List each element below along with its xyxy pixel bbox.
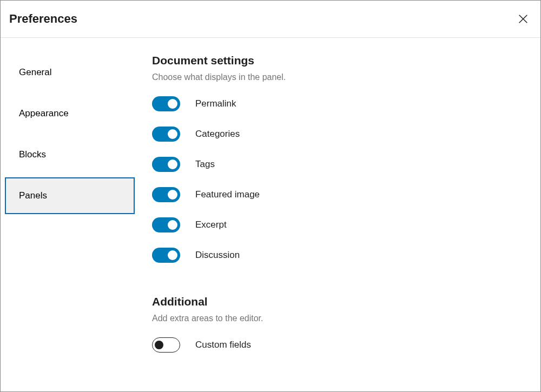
toggle-label: Tags — [195, 159, 215, 170]
toggle-label: Custom fields — [195, 340, 251, 350]
tab-blocks[interactable]: Blocks — [5, 136, 135, 173]
preferences-tabs: General Appearance Blocks Panels — [1, 38, 136, 392]
close-icon — [517, 13, 529, 25]
toggle-custom-fields[interactable] — [152, 337, 180, 353]
toggle-row-discussion: Discussion — [152, 248, 519, 263]
toggle-knob — [168, 160, 177, 169]
toggle-permalink[interactable] — [152, 96, 180, 111]
toggle-discussion[interactable] — [152, 248, 180, 263]
toggle-knob — [168, 129, 177, 139]
modal-title: Preferences — [9, 12, 77, 26]
close-button[interactable] — [514, 10, 532, 28]
section-additional: Additional Add extra areas to the editor… — [152, 295, 519, 353]
tab-appearance[interactable]: Appearance — [5, 95, 135, 132]
toggle-row-permalink: Permalink — [152, 96, 519, 111]
toggle-label: Discussion — [195, 250, 240, 261]
toggle-knob — [168, 250, 177, 260]
toggle-featured-image[interactable] — [152, 187, 180, 202]
toggle-knob — [168, 220, 177, 230]
section-heading: Document settings — [152, 54, 519, 67]
toggle-label: Permalink — [195, 98, 236, 109]
section-document-settings: Document settings Choose what displays i… — [152, 54, 519, 263]
section-description: Add extra areas to the editor. — [152, 314, 519, 323]
toggle-row-tags: Tags — [152, 157, 519, 172]
toggle-label: Excerpt — [195, 220, 227, 230]
tab-general[interactable]: General — [5, 54, 135, 91]
toggle-knob — [155, 341, 163, 349]
section-description: Choose what displays in the panel. — [152, 72, 519, 82]
toggle-knob — [168, 190, 177, 200]
preferences-modal: Preferences General Appearance Blocks Pa… — [0, 0, 541, 392]
toggle-categories[interactable] — [152, 127, 180, 142]
toggle-knob — [168, 99, 177, 109]
tab-panels[interactable]: Panels — [5, 177, 135, 214]
toggle-row-categories: Categories — [152, 127, 519, 142]
modal-body: General Appearance Blocks Panels Documen… — [1, 38, 540, 392]
toggle-row-excerpt: Excerpt — [152, 217, 519, 232]
preferences-content: Document settings Choose what displays i… — [136, 38, 540, 392]
toggle-label: Categories — [195, 129, 240, 139]
toggle-row-featured-image: Featured image — [152, 187, 519, 202]
modal-header: Preferences — [1, 1, 540, 38]
toggle-label: Featured image — [195, 189, 260, 200]
toggle-excerpt[interactable] — [152, 217, 180, 232]
toggle-row-custom-fields: Custom fields — [152, 337, 519, 353]
section-heading: Additional — [152, 295, 519, 308]
toggle-tags[interactable] — [152, 157, 180, 172]
